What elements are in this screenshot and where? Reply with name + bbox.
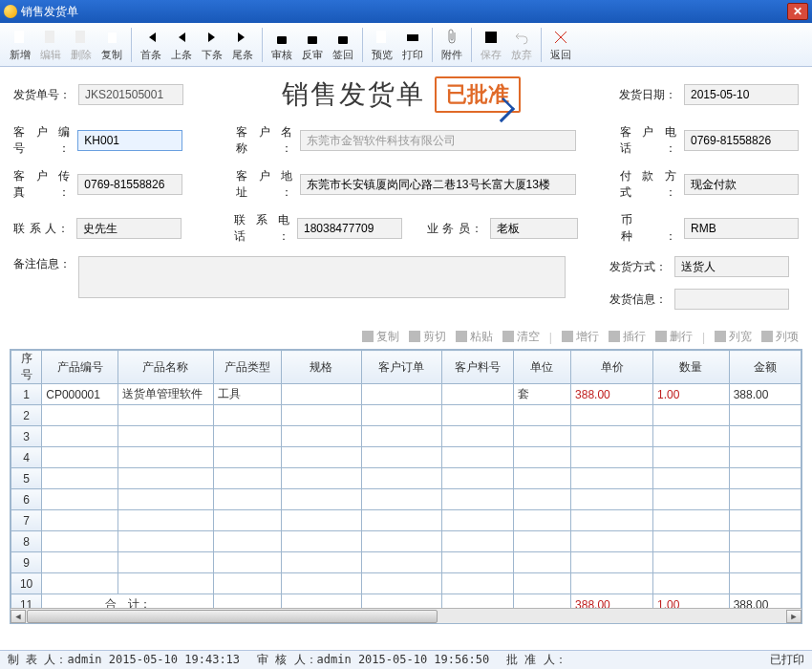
cell-unit[interactable] (513, 552, 570, 573)
cell-qty[interactable]: 1.00 (653, 384, 730, 405)
sales-input[interactable] (490, 218, 578, 239)
table-row[interactable]: 9 (11, 552, 801, 573)
cell-unit[interactable] (513, 468, 570, 489)
row-clear-button[interactable]: 清空 (502, 329, 540, 345)
cell-price[interactable] (571, 426, 653, 447)
cell-order[interactable] (361, 489, 441, 510)
table-row[interactable]: 1CP000001送货单管理软件工具套388.001.00388.00 (11, 384, 801, 405)
cell-price[interactable] (571, 468, 653, 489)
cell-matno[interactable] (441, 510, 513, 531)
cell-name[interactable] (118, 573, 213, 594)
cell-matno[interactable] (441, 573, 513, 594)
col-header[interactable]: 金额 (729, 351, 801, 384)
cell-order[interactable] (361, 405, 441, 426)
cell-name[interactable] (118, 531, 213, 552)
cell-spec[interactable] (281, 510, 361, 531)
cell-order[interactable] (361, 531, 441, 552)
cell-unit[interactable] (513, 489, 570, 510)
cell-code[interactable] (42, 531, 118, 552)
scroll-left-icon[interactable]: ◄ (11, 610, 26, 623)
cell-unit[interactable] (513, 510, 570, 531)
cell-amt[interactable] (729, 405, 801, 426)
cell-name[interactable] (118, 510, 213, 531)
tb-preview-button[interactable]: 预览 (368, 25, 396, 65)
cell-spec[interactable] (281, 426, 361, 447)
cell-unit[interactable]: 套 (513, 384, 570, 405)
tb-last-button[interactable]: 尾条 (228, 25, 257, 65)
cust-name-input[interactable] (300, 130, 576, 151)
cell-amt[interactable] (729, 531, 801, 552)
cell-unit[interactable] (513, 573, 570, 594)
cell-name[interactable] (118, 552, 213, 573)
cell-code[interactable] (42, 468, 118, 489)
cell-qty[interactable] (653, 489, 730, 510)
row-addrow-button[interactable]: 增行 (562, 329, 599, 345)
cell-unit[interactable] (513, 447, 570, 468)
cell-code[interactable] (42, 447, 118, 468)
cust-fax-input[interactable] (77, 174, 182, 195)
row-copy-button[interactable]: 复制 (362, 329, 399, 345)
cell-name[interactable] (118, 426, 213, 447)
col-header[interactable]: 单价 (571, 351, 653, 384)
table-row[interactable]: 10 (11, 573, 801, 594)
cell-unit[interactable] (513, 426, 570, 447)
cell-order[interactable] (361, 573, 441, 594)
cell-qty[interactable] (653, 426, 730, 447)
cell-unit[interactable] (513, 405, 570, 426)
cell-type[interactable]: 工具 (213, 384, 281, 405)
table-row[interactable]: 8 (11, 531, 801, 552)
cell-price[interactable] (571, 489, 653, 510)
cell-amt[interactable] (729, 552, 801, 573)
cell-order[interactable] (361, 468, 441, 489)
cell-price[interactable] (571, 531, 653, 552)
cell-code[interactable] (42, 552, 118, 573)
cell-name[interactable] (118, 468, 213, 489)
row-colitem-button[interactable]: 列项 (761, 329, 799, 345)
cell-matno[interactable] (441, 531, 513, 552)
row-cut-button[interactable]: 剪切 (409, 329, 446, 345)
cell-spec[interactable] (281, 573, 361, 594)
tb-sign-button[interactable]: 签回 (329, 25, 357, 65)
cell-amt[interactable] (729, 447, 801, 468)
col-header[interactable]: 单位 (513, 351, 570, 384)
tb-prev-button[interactable]: 上条 (167, 25, 196, 65)
row-insrow-button[interactable]: 插行 (609, 329, 646, 345)
cell-matno[interactable] (441, 447, 513, 468)
cell-name[interactable] (118, 489, 213, 510)
cell-code[interactable] (42, 489, 118, 510)
cell-amt[interactable] (729, 489, 801, 510)
col-header[interactable]: 产品类型 (213, 351, 281, 384)
cell-qty[interactable] (653, 510, 730, 531)
cell-matno[interactable] (441, 489, 513, 510)
tb-audit-button[interactable]: 审核 (267, 25, 296, 65)
cell-order[interactable] (361, 552, 441, 573)
cell-type[interactable] (213, 489, 281, 510)
cell-price[interactable] (571, 405, 653, 426)
cell-amt[interactable] (729, 510, 801, 531)
cell-spec[interactable] (281, 447, 361, 468)
cell-matno[interactable] (441, 468, 513, 489)
cell-code[interactable] (42, 510, 118, 531)
cell-name[interactable] (118, 447, 213, 468)
cell-type[interactable] (213, 405, 281, 426)
tb-unaudit-button[interactable]: 反审 (298, 25, 327, 65)
pay-input[interactable] (684, 174, 799, 195)
cell-qty[interactable] (653, 405, 730, 426)
tb-save-button[interactable]: 保存 (477, 25, 505, 65)
cell-type[interactable] (213, 426, 281, 447)
table-row[interactable]: 2 (11, 405, 801, 426)
cust-addr-input[interactable] (300, 174, 576, 195)
cell-amt[interactable] (729, 468, 801, 489)
cell-code[interactable] (42, 573, 118, 594)
cell-spec[interactable] (281, 468, 361, 489)
ship-info-input[interactable] (674, 289, 789, 310)
cust-tel-input[interactable] (684, 130, 799, 151)
tb-attach-button[interactable]: 附件 (438, 25, 466, 65)
table-row[interactable]: 7 (11, 510, 801, 531)
tb-next-button[interactable]: 下条 (198, 25, 226, 65)
cell-matno[interactable] (441, 426, 513, 447)
contact-tel-input[interactable] (297, 218, 402, 239)
cell-order[interactable] (361, 426, 441, 447)
cell-code[interactable]: CP000001 (42, 384, 118, 405)
cell-type[interactable] (213, 510, 281, 531)
